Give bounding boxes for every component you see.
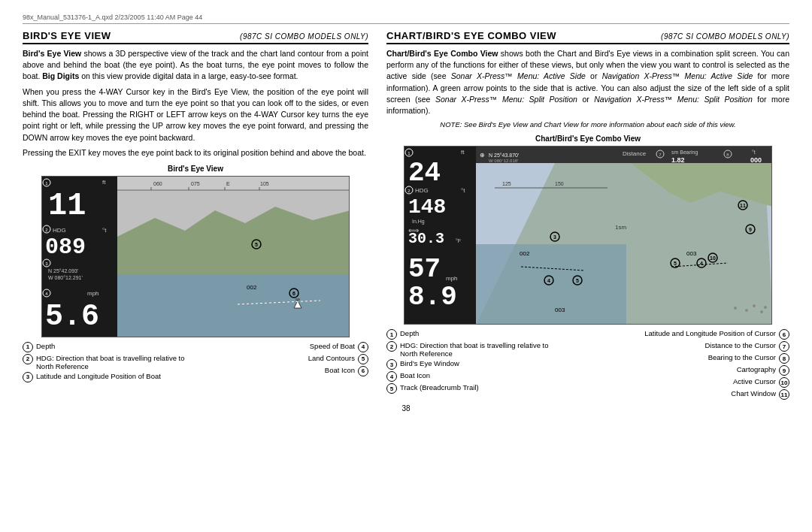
svg-text:6: 6 [292,291,295,296]
svg-rect-37 [295,298,300,301]
combo-legend-text-11: Chart Window [731,389,776,397]
legend-badge-4: 4 [358,342,368,352]
combo-legend-item-9: Cartography 9 [591,365,789,376]
svg-text:sm Bearing: sm Bearing [671,150,698,156]
svg-text:W 080°12.291': W 080°12.291' [48,275,83,280]
legend-item-4: Speed of Boat 4 [198,342,368,352]
combo-legend-text-3: Bird's Eye Window [400,359,459,367]
combo-legend-text-9: Cartography [737,365,776,373]
combo-legend-left: 1 Depth 2 HDG: Direction that boat is tr… [386,329,585,401]
combo-legend-item-5: 5 Track (Breadcrumb Trail) [386,383,585,394]
svg-text:mph: mph [446,275,458,282]
svg-text:8.9: 8.9 [408,282,457,313]
combo-badge-5: 5 [386,383,397,394]
combo-legend-item-4: 4 Boat Icon [386,371,585,382]
svg-text:mph: mph [87,290,99,297]
bev-title: BIRD'S EYE VIEW [23,30,111,41]
svg-text:Distance: Distance [623,150,647,157]
combo-legend-text-2: HDG: Direction that boat is travelling r… [400,341,548,358]
bev-para2: When you press the 4-WAY Cursor key in t… [23,86,368,144]
svg-text:5: 5 [576,278,579,283]
svg-text:10: 10 [710,255,716,261]
combo-badge-10: 10 [779,377,789,388]
svg-text:30.3: 30.3 [408,230,444,247]
svg-text:°F: °F [456,238,461,243]
bev-legend-left: 1 Depth 2 HDG: Direction that boat is tr… [23,342,192,384]
svg-text:075: 075 [191,181,200,186]
bev-section-title: BIRD'S EYE VIEW (987c SI Combo models on… [23,30,368,44]
combo-legend-right: Latitude and Longitude Position of Curso… [591,329,789,401]
combo-legend-text-1: Depth [400,329,419,337]
bev-legend: 1 Depth 2 HDG: Direction that boat is tr… [23,342,368,384]
combo-badge-9: 9 [779,365,789,376]
bev-diagram-svg: 060 075 E 105 1 ft [41,176,350,337]
page-header: 98x_Manual_531376-1_A.qxd 2/23/2005 11:4… [23,14,789,24]
right-column: CHART/BIRD'S EYE COMBO VIEW (987c SI Com… [386,30,789,401]
combo-badge-2: 2 [386,341,397,352]
svg-text:5: 5 [255,242,258,247]
combo-section-title: CHART/BIRD'S EYE COMBO VIEW (987c SI Com… [386,30,789,44]
svg-point-100 [745,309,748,312]
legend-badge-2: 2 [23,354,33,364]
legend-badge-6: 6 [358,366,368,376]
combo-legend-item-11: Chart Window 11 [591,389,789,400]
bev-diagram-title: Bird's Eye View [23,165,368,173]
combo-subtitle: (987c SI Combo models only) [661,32,789,41]
bev-subtitle: (987c SI Combo models only) [240,32,368,41]
combo-badge-11: 11 [779,389,789,400]
svg-point-99 [734,307,737,310]
page-number: 38 [23,404,789,413]
svg-text:002: 002 [520,250,530,257]
svg-text:N 25°42.093': N 25°42.093' [48,268,78,274]
legend-badge-5: 5 [358,354,368,364]
combo-legend-text-6: Latitude and Longitude Position of Curso… [644,329,776,337]
legend-badge-1: 1 [23,342,33,352]
svg-text:HDG: HDG [53,227,66,234]
svg-text:5.6: 5.6 [45,300,99,334]
combo-note: NOTE: See Bird's Eye View and Chart View… [386,120,789,128]
svg-text:W 080°12.018': W 080°12.018' [489,159,518,163]
combo-diagram-container: Chart/Bird's Eye Combo View 1 ft 24 [386,135,789,325]
svg-text:11: 11 [740,203,746,208]
svg-text:11: 11 [48,188,86,224]
legend-text-6: Boat Icon [325,366,355,374]
svg-text:125: 125 [502,181,511,186]
svg-text:150: 150 [555,181,564,186]
svg-text:9: 9 [749,227,752,232]
svg-text:003: 003 [555,307,565,313]
bev-diagram-container: Bird's Eye View 060 075 E [23,165,368,337]
svg-text:000: 000 [750,156,762,164]
legend-item-3: 3 Latitude and Longitude Position of Boa… [23,372,192,382]
combo-badge-3: 3 [386,359,397,370]
legend-text-2: HDG: Direction that boat is travelling r… [36,354,192,370]
combo-legend-text-8: Bearing to the Cursor [708,353,776,361]
svg-text:N 25°43.870': N 25°43.870' [489,153,519,158]
combo-legend-text-7: Distance to the Cursor [704,341,776,349]
combo-badge-4: 4 [386,371,397,382]
legend-item-6: Boat Icon 6 [198,366,368,376]
header-text: 98x_Manual_531376-1_A.qxd 2/23/2005 11:4… [23,14,202,21]
svg-text:°t: °t [752,150,756,155]
combo-legend-item-3: 3 Bird's Eye Window [386,359,585,370]
combo-badge-7: 7 [779,341,789,352]
svg-text:E: E [226,181,230,186]
combo-legend-item-6: Latitude and Longitude Position of Curso… [591,329,789,340]
combo-para1: Chart/Bird's Eye Combo View shows both t… [386,48,789,116]
svg-text:3: 3 [553,234,556,240]
combo-legend-item-10: Active Cursor 10 [591,377,789,388]
svg-text:°t: °t [102,227,107,234]
svg-text:In.Hg: In.Hg [412,219,425,225]
two-column-layout: BIRD'S EYE VIEW (987c SI Combo models on… [23,30,789,401]
svg-point-102 [760,310,763,313]
svg-point-103 [764,306,767,309]
page: 98x_Manual_531376-1_A.qxd 2/23/2005 11:4… [0,0,812,532]
svg-text:ft: ft [102,179,106,186]
svg-text:105: 105 [260,181,269,186]
svg-text:4: 4 [547,278,550,283]
combo-title: CHART/BIRD'S EYE COMBO VIEW [386,30,556,41]
legend-text-5: Land Contours [308,354,355,362]
combo-legend-item-2: 2 HDG: Direction that boat is travelling… [386,341,585,358]
combo-badge-8: 8 [779,353,789,364]
bev-para1: Bird's Eye View shows a 3D perspective v… [23,48,368,83]
svg-text:ft: ft [461,149,465,156]
